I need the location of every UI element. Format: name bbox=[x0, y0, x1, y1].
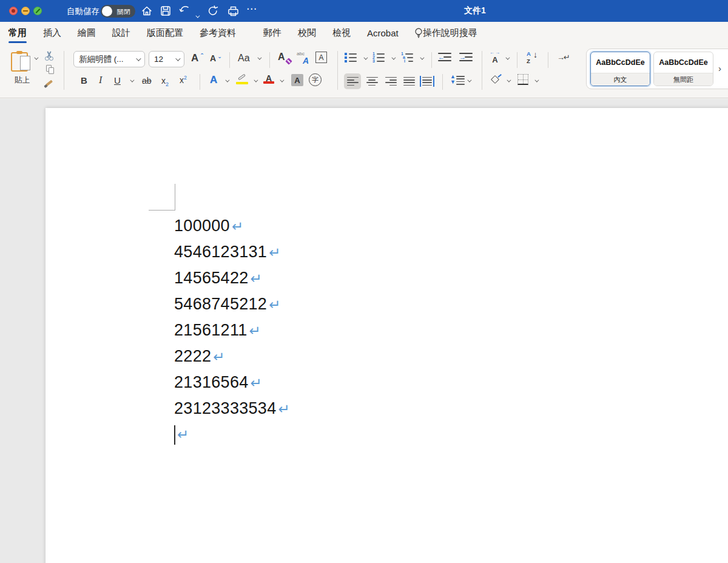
line-text: 2222 bbox=[174, 347, 211, 365]
align-center-button[interactable] bbox=[363, 73, 380, 89]
bold-button[interactable]: B bbox=[81, 75, 87, 86]
increase-indent-icon[interactable]: → bbox=[459, 53, 473, 62]
text-line: 23123333534↵ bbox=[174, 396, 290, 422]
format-painter-icon[interactable] bbox=[44, 78, 54, 88]
multilevel-list-icon[interactable]: 1 a i bbox=[401, 52, 413, 62]
save-icon[interactable] bbox=[159, 4, 172, 18]
highlight-color-chevron[interactable] bbox=[254, 79, 257, 83]
ribbon-tab[interactable]: Acrobat bbox=[367, 28, 399, 38]
font-size-select[interactable]: 12 bbox=[149, 51, 184, 67]
paragraph-mark-icon: ↵ bbox=[251, 375, 262, 391]
grow-font-button[interactable]: A⌃ bbox=[191, 52, 205, 64]
text-line: 21316564↵ bbox=[174, 369, 290, 396]
close-button[interactable] bbox=[9, 7, 18, 15]
phonetic-guide-button[interactable]: abcA bbox=[297, 52, 309, 64]
more-styles-chevron[interactable]: › bbox=[718, 63, 721, 73]
asian-layout-chevron[interactable] bbox=[505, 57, 508, 60]
show-formatting-marks-icon[interactable]: →↵ bbox=[557, 53, 569, 62]
font-color-chevron[interactable] bbox=[280, 79, 283, 83]
document-page[interactable]: 100000↵ 4546123131↵ 14565422↵ 5468745212… bbox=[46, 108, 728, 563]
character-border-button[interactable]: A bbox=[315, 52, 327, 63]
margin-crop-mark bbox=[149, 184, 175, 211]
line-text: 21561211 bbox=[174, 321, 248, 339]
text-line: 4546123131↵ bbox=[174, 239, 290, 265]
ribbon-tab[interactable]: 校閱 bbox=[298, 27, 316, 39]
numbered-list-icon[interactable]: 1 2 3 bbox=[372, 52, 385, 62]
change-case-chevron[interactable] bbox=[257, 57, 260, 60]
ribbon-tab[interactable]: 操作說明搜尋 bbox=[423, 27, 477, 39]
align-left-button[interactable] bbox=[344, 73, 361, 89]
ribbon-tab[interactable]: 郵件 bbox=[263, 27, 281, 39]
line-text: 5468745212 bbox=[174, 295, 267, 313]
shading-bucket-icon[interactable] bbox=[491, 75, 502, 84]
style-sample: AaBbCcDdEe bbox=[654, 52, 713, 73]
undo-button[interactable] bbox=[178, 4, 192, 18]
borders-icon[interactable] bbox=[517, 74, 528, 85]
line-spacing-chevron[interactable] bbox=[467, 79, 470, 83]
paragraph-mark-icon: ↵ bbox=[232, 218, 243, 234]
redo-icon[interactable] bbox=[206, 4, 220, 18]
highlight-color-button[interactable] bbox=[236, 73, 248, 84]
underline-button[interactable]: U bbox=[114, 75, 121, 86]
line-spacing-icon[interactable]: ▲▼ bbox=[450, 75, 465, 85]
ribbon-tab[interactable]: 常用 bbox=[8, 27, 27, 39]
distribute-text-button[interactable] bbox=[419, 73, 436, 89]
ribbon-tab[interactable]: 插入 bbox=[43, 27, 61, 39]
decrease-indent-icon[interactable]: ← bbox=[438, 53, 451, 62]
font-name-select[interactable]: 新細明體 (... bbox=[73, 51, 145, 67]
shrink-font-button[interactable]: A⌄ bbox=[210, 53, 223, 63]
paste-chevron[interactable] bbox=[34, 57, 37, 60]
bullet-list-icon[interactable] bbox=[345, 52, 357, 62]
shading-chevron[interactable] bbox=[507, 79, 510, 83]
underline-chevron[interactable] bbox=[130, 79, 133, 83]
text-effects-button[interactable]: A bbox=[210, 74, 217, 86]
subscript-button[interactable]: x2 bbox=[161, 76, 169, 87]
empty-line: ↵ bbox=[174, 422, 290, 448]
minimize-button[interactable] bbox=[21, 7, 30, 15]
document-text: 100000↵ 4546123131↵ 14565422↵ 5468745212… bbox=[174, 213, 290, 448]
superscript-button[interactable]: x2 bbox=[180, 75, 187, 85]
window-title: 文件1 bbox=[426, 5, 524, 16]
line-text: 14565422 bbox=[174, 269, 249, 287]
ribbon-tab[interactable]: 設計 bbox=[112, 27, 130, 39]
ribbon-tab[interactable]: 參考資料 bbox=[200, 27, 236, 39]
font-size-value: 12 bbox=[154, 55, 163, 64]
font-color-button[interactable]: A bbox=[264, 73, 274, 84]
align-right-button[interactable] bbox=[382, 73, 399, 89]
sort-icon[interactable]: AZ↓ bbox=[525, 51, 538, 64]
style-card[interactable]: AaBbCcDdEe 無間距 bbox=[653, 52, 713, 86]
style-card[interactable]: AaBbCcDdEe 內文 bbox=[590, 52, 650, 86]
fullscreen-button[interactable] bbox=[33, 7, 42, 15]
italic-button[interactable]: I bbox=[99, 75, 102, 86]
asian-layout-icon[interactable]: ←→A bbox=[489, 52, 501, 64]
enclose-characters-button[interactable]: 字 bbox=[309, 73, 322, 86]
numbered-list-chevron[interactable] bbox=[391, 57, 394, 60]
borders-chevron[interactable] bbox=[534, 79, 538, 83]
line-text: 21316564 bbox=[174, 373, 249, 391]
undo-chevron[interactable] bbox=[195, 10, 200, 14]
home-icon[interactable] bbox=[140, 4, 153, 18]
print-icon[interactable] bbox=[226, 4, 240, 18]
ribbon-tab[interactable]: 檢視 bbox=[332, 27, 351, 39]
paragraph-mark-icon: ↵ bbox=[177, 422, 189, 448]
strikethrough-button[interactable]: ab bbox=[142, 76, 152, 86]
paragraph-mark-icon: ↵ bbox=[249, 323, 261, 339]
paste-clipboard-icon bbox=[11, 52, 28, 72]
cut-icon[interactable] bbox=[44, 51, 54, 61]
copy-icon[interactable] bbox=[46, 65, 55, 74]
bullet-list-chevron[interactable] bbox=[363, 57, 366, 60]
line-text: 4546123131 bbox=[174, 243, 267, 261]
character-shading-button[interactable]: A bbox=[291, 74, 303, 86]
text-effects-chevron[interactable] bbox=[225, 79, 228, 83]
justify-button[interactable] bbox=[400, 73, 417, 89]
multilevel-list-chevron[interactable] bbox=[420, 57, 423, 60]
ribbon-tab[interactable]: 版面配置 bbox=[147, 27, 183, 39]
clear-formatting-button[interactable]: A bbox=[278, 52, 290, 64]
autosave-toggle[interactable]: 關閉 bbox=[101, 5, 135, 18]
paste-button[interactable] bbox=[11, 51, 32, 73]
lightbulb-icon bbox=[414, 27, 423, 41]
change-case-button[interactable]: Aa bbox=[238, 53, 250, 64]
ribbon-tab[interactable]: 繪圖 bbox=[78, 27, 96, 39]
title-bar: 自動儲存 關閉 ⋯ 文件1 bbox=[0, 0, 728, 22]
more-commands-icon[interactable]: ⋯ bbox=[246, 2, 258, 15]
